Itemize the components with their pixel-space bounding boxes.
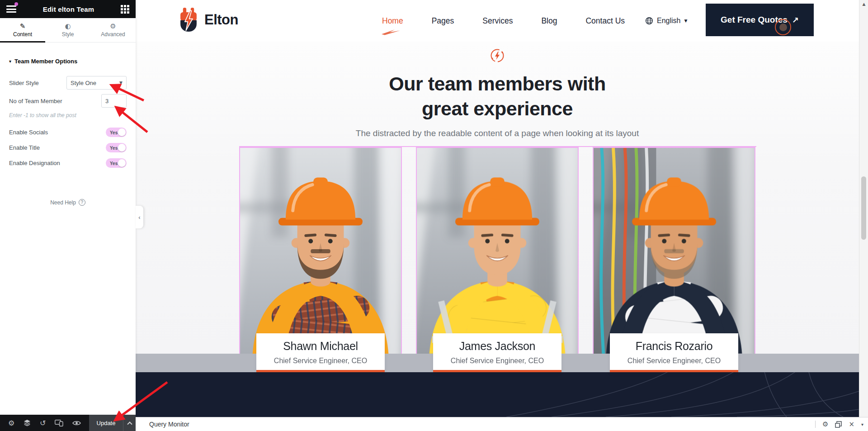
team-member-card[interactable]: James Jackson Chief Service Engineer, CE… <box>416 147 579 355</box>
nav-label: Home <box>382 16 403 25</box>
tab-label: Style <box>62 31 74 38</box>
site-footer <box>136 372 859 417</box>
panel-title: Edit elton Team <box>16 5 121 13</box>
team-slider: Shawn Michael Chief Service Engineer, CE… <box>239 146 756 354</box>
page-scrollbar[interactable]: ▲ <box>859 0 868 417</box>
site-logo[interactable]: Elton <box>179 7 238 33</box>
toggle-label: Enable Designation <box>9 160 60 166</box>
main-nav: Home PagesServicesBlogContact Us <box>382 0 625 42</box>
section-subtitle: The distracted by the readable content o… <box>136 128 859 138</box>
nav-item-blog[interactable]: Blog <box>541 16 557 26</box>
slider-style-select[interactable]: Style One ▼ <box>66 76 127 90</box>
toggle-knob <box>118 159 126 167</box>
team-member-plate: James Jackson Chief Service Engineer, CE… <box>433 333 561 372</box>
toggle-row: Enable Socials Yes <box>9 128 127 137</box>
panel-tabs: ✎ Content◐ Style⚙ Advanced <box>0 18 136 43</box>
need-help-link[interactable]: Need Help ? <box>9 199 127 206</box>
toggle-label: Enable Socials <box>9 129 48 136</box>
tab-label: Content <box>13 31 32 38</box>
update-button[interactable]: Update <box>89 415 123 431</box>
notification-dot <box>14 2 18 6</box>
nav-label: Blog <box>541 16 557 25</box>
need-help-label: Need Help <box>50 199 76 206</box>
panel-footer-icons: ⚙↺ <box>0 415 89 431</box>
team-member-card[interactable]: Francis Rozario Chief Service Engineer, … <box>593 147 755 355</box>
scrollbar-thumb[interactable] <box>861 176 866 240</box>
dropdown-caret-icon[interactable]: ▾ <box>861 422 863 427</box>
slider-style-value: Style One <box>71 80 119 86</box>
nav-item-contact-us[interactable]: Contact Us <box>585 16 625 26</box>
toggle-knob <box>118 128 126 136</box>
cursor-highlight-circle <box>775 19 791 35</box>
team-member-designation: Chief Service Engineer, CEO <box>610 357 738 365</box>
divider <box>815 421 816 428</box>
toggle-switch[interactable]: Yes <box>106 158 127 168</box>
restore-window-icon[interactable] <box>835 421 842 428</box>
elementor-panel: Edit elton Team ✎ Content◐ Style⚙ Advanc… <box>0 0 136 431</box>
select-caret-icon: ▼ <box>119 81 123 85</box>
settings-gear-icon[interactable]: ⚙ <box>822 420 828 428</box>
team-count-label: No of Team Member <box>9 98 62 104</box>
team-count-note: Enter -1 to show all the post <box>9 112 127 118</box>
nav-item-home[interactable]: Home <box>382 16 403 26</box>
site-header: Elton Home PagesServicesBlogContact Us E… <box>136 0 859 42</box>
toggle-row: Enable Designation Yes <box>9 158 127 168</box>
responsive-icon[interactable] <box>55 420 63 426</box>
scroll-up-arrow[interactable]: ▲ <box>859 2 868 6</box>
section-team-member-options[interactable]: ▾ Team Member Options <box>9 58 127 65</box>
nav-item-pages[interactable]: Pages <box>432 16 454 26</box>
section-title: Team Member Options <box>14 58 77 65</box>
nav-label: Services <box>482 16 513 25</box>
preview-icon[interactable] <box>72 420 81 426</box>
arrow-up-right-icon: ↗ <box>792 15 799 25</box>
lightning-badge-icon <box>490 48 505 65</box>
query-monitor-label[interactable]: Query Monitor <box>149 417 189 431</box>
team-member-name: Shawn Michael <box>256 340 385 353</box>
team-member-card[interactable]: Shawn Michael Chief Service Engineer, CE… <box>239 147 402 355</box>
toggle-switch[interactable]: Yes <box>106 128 127 137</box>
panel-footer: ⚙↺ Update <box>0 415 136 431</box>
toggle-rows: Enable Socials Yes Enable Title Yes Enab… <box>9 128 127 168</box>
slider-style-row: Slider Style Style One ▼ <box>9 76 127 90</box>
close-icon[interactable]: × <box>849 420 854 428</box>
toggle-state: Yes <box>110 161 118 166</box>
footer-curve-decoration <box>136 372 859 417</box>
plug-bolt-logo-icon <box>179 7 198 33</box>
toggle-label: Enable Title <box>9 144 40 151</box>
globe-icon <box>645 17 653 25</box>
section-collapse-icon: ▾ <box>9 59 11 64</box>
language-switcher[interactable]: English ▼ <box>645 0 687 42</box>
site-preview: Elton Home PagesServicesBlogContact Us E… <box>136 0 859 417</box>
half-circle-icon: ◐ <box>65 23 71 30</box>
section-title: Our team members with great experience <box>136 71 859 121</box>
tab-advanced[interactable]: ⚙ Advanced <box>90 18 136 42</box>
chevron-up-icon <box>127 422 132 426</box>
nav-label: Contact Us <box>585 16 625 25</box>
menu-icon[interactable] <box>6 5 16 13</box>
tab-style[interactable]: ◐ Style <box>45 18 90 42</box>
toggle-row: Enable Title Yes <box>9 143 127 152</box>
team-member-name: Francis Rozario <box>610 340 738 353</box>
active-swoosh-icon <box>381 28 403 36</box>
team-member-plate: Shawn Michael Chief Service Engineer, CE… <box>256 333 385 372</box>
toggle-switch[interactable]: Yes <box>106 143 127 152</box>
settings-icon[interactable]: ⚙ <box>8 419 14 427</box>
toggle-knob <box>118 144 126 152</box>
nav-item-services[interactable]: Services <box>482 16 513 26</box>
history-icon[interactable]: ↺ <box>40 419 46 427</box>
team-photo <box>594 148 755 354</box>
widgets-grid-icon[interactable] <box>121 5 129 14</box>
panel-collapse-handle[interactable]: ‹ <box>136 206 143 228</box>
team-count-row: No of Team Member <box>9 94 127 108</box>
toggle-state: Yes <box>110 145 118 150</box>
team-count-input[interactable] <box>101 94 127 108</box>
logo-text: Elton <box>204 12 238 28</box>
tab-content[interactable]: ✎ Content <box>0 18 45 42</box>
get-free-quotes-button[interactable]: Get Free Quotes ↗ <box>706 4 814 36</box>
team-member-plate: Francis Rozario Chief Service Engineer, … <box>610 333 738 372</box>
question-icon: ? <box>79 199 85 206</box>
navigator-icon[interactable] <box>24 419 31 426</box>
nav-label: Pages <box>432 16 454 25</box>
save-options-caret[interactable] <box>123 415 136 431</box>
team-member-designation: Chief Service Engineer, CEO <box>256 357 385 365</box>
